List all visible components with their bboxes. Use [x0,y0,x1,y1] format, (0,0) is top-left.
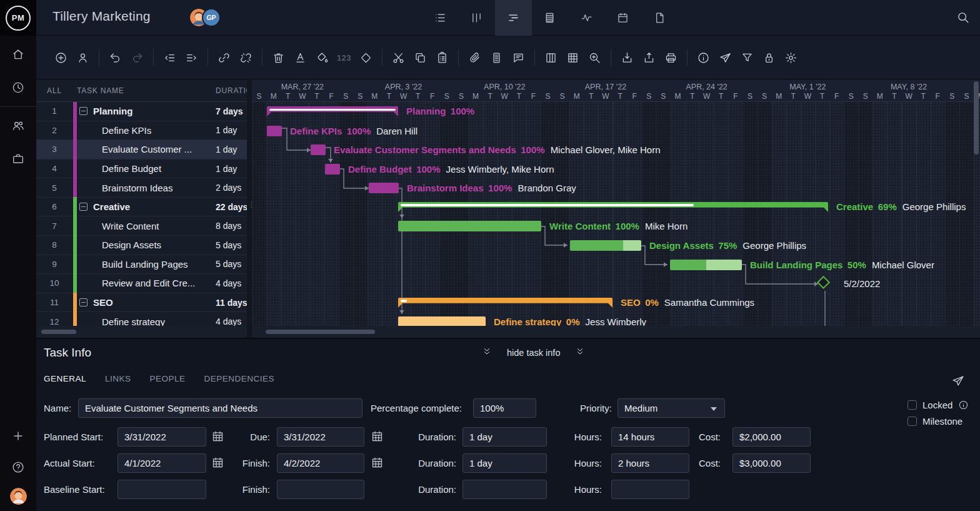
task-bar[interactable] [369,183,399,193]
toolbar-columns-button[interactable] [540,47,562,69]
task-bar[interactable] [398,221,541,231]
send-icon[interactable] [951,374,965,390]
table-row[interactable]: 10Review and Edit Cre...4 days [36,274,247,293]
gantt-vscrollbar-thumb[interactable] [974,81,979,154]
toolbar-notes-button[interactable] [486,47,508,69]
collapse-icon[interactable] [79,107,88,115]
table-row[interactable]: 8Design Assets5 days [36,236,247,255]
toolbar-settings-button[interactable] [780,47,802,69]
view-tab-activity-view[interactable] [568,0,605,36]
toolbar-send-button[interactable] [714,47,736,69]
toolbar-cut-button[interactable] [388,47,409,69]
baseline-start-input[interactable] [118,480,206,499]
search-icon[interactable] [956,11,970,26]
calendar-icon[interactable] [371,430,384,445]
due-input[interactable]: 3/31/2022 [277,427,364,447]
table-row[interactable]: 4Define Budget1 day [36,159,247,179]
percentage-complete-input[interactable]: 100% [473,398,536,418]
duration-planned-input[interactable]: 1 day [462,427,547,447]
toolbar-indent-button[interactable] [181,47,202,69]
toolbar-numbers-button[interactable]: 123 [333,47,355,69]
locked-checkbox[interactable] [908,400,917,410]
task-bar[interactable] [267,126,282,136]
milestone-checkbox[interactable] [908,417,917,426]
toolbar-outdent-button[interactable] [159,47,181,69]
duration-actual-input[interactable]: 1 day [462,453,547,473]
cost-actual-input[interactable]: $3,000.00 [732,453,811,473]
table-row[interactable]: 2Define KPIs1 day [36,121,247,141]
info-circle-icon[interactable] [958,400,969,410]
table-row[interactable]: 5Brainstorm Ideas2 days [36,178,247,198]
table-row[interactable]: 7Write Content8 days [36,216,247,236]
collapse-icon[interactable] [79,203,88,211]
gantt-hscrollbar-thumb[interactable] [266,330,375,334]
toolbar-delete-button[interactable] [268,47,289,69]
panel-splitter[interactable]: ⋮ [247,80,252,338]
cost-planned-input[interactable]: $2,000.00 [732,427,811,447]
toolbar-zoom-in-button[interactable] [584,47,606,69]
toolbar-attachment-button[interactable] [464,47,486,69]
sidebar-item-clock[interactable] [0,73,36,102]
table-row[interactable]: 3Evaluate Customer ...1 day [36,140,247,159]
view-tab-board-view[interactable] [459,0,496,36]
planned-start-input[interactable]: 3/31/2022 [118,427,206,447]
hours-baseline-input[interactable] [611,480,689,499]
view-tab-file-view[interactable] [641,0,678,36]
toolbar-assign-user-button[interactable] [72,47,94,69]
actual-start-input[interactable]: 4/1/2022 [118,453,206,473]
actual-finish-input[interactable]: 4/2/2022 [277,453,364,473]
sidebar-item-briefcase[interactable] [0,144,36,173]
user-avatar[interactable] [10,488,27,505]
table-row[interactable]: 9Build Landing Pages5 days [36,255,247,275]
table-row[interactable]: 12Define strategy4 days [36,312,247,326]
view-tab-sheet-view[interactable] [532,0,569,36]
info-circle-icon[interactable] [958,400,969,410]
table-row[interactable]: 6Creative22 days [36,198,247,217]
toolbar-info-button[interactable] [692,47,714,69]
view-tab-gantt-view[interactable] [495,0,532,36]
tab-people[interactable]: PEOPLE [150,374,186,383]
table-row[interactable]: 1Planning7 days [36,102,247,121]
priority-select[interactable]: Medium [618,398,725,418]
baseline-finish-input[interactable] [277,480,364,499]
toolbar-fill-color-button[interactable] [311,47,333,69]
sidebar-item-plus[interactable] [0,423,36,448]
toolbar-lock-button[interactable] [758,47,780,69]
toolbar-redo-button[interactable] [126,47,148,69]
toolbar-link-button[interactable] [213,47,235,69]
sidebar-item-help[interactable] [0,455,36,480]
toolbar-unlink-button[interactable] [235,47,257,69]
member-avatar-initials[interactable]: GP [202,8,221,27]
task-bar[interactable] [670,260,742,270]
toolbar-paste-button[interactable] [431,47,453,69]
table-hscrollbar-thumb[interactable] [41,330,76,334]
tab-links[interactable]: LINKS [105,374,131,383]
task-bar[interactable] [325,164,340,175]
task-bar[interactable] [570,240,641,251]
toolbar-font-color-button[interactable] [289,47,311,69]
tab-dependencies[interactable]: DEPENDENCIES [204,374,275,383]
toolbar-comment-button[interactable] [508,47,529,69]
task-bar[interactable] [311,144,326,155]
view-tab-list-view[interactable] [422,0,459,36]
sidebar-item-home[interactable] [0,40,36,69]
toolbar-filter-button[interactable] [736,47,758,69]
toolbar-add-task-button[interactable] [50,47,72,69]
column-header-task-name[interactable]: TASK NAME [77,86,124,95]
view-tab-calendar-view[interactable] [605,0,642,36]
column-header-all[interactable]: ALL [36,86,72,95]
calendar-icon[interactable] [371,456,384,472]
toolbar-print-button[interactable] [660,47,682,69]
toolbar-undo-button[interactable] [104,47,126,69]
sidebar-item-users[interactable] [0,111,36,140]
toolbar-grid-button[interactable] [562,47,584,69]
collapse-icon[interactable] [79,298,88,306]
toolbar-export-button[interactable] [638,47,660,69]
toolbar-milestone-button[interactable] [355,47,377,69]
table-row[interactable]: 11SEO11 days [36,293,247,313]
name-input[interactable]: Evaluate Customer Segments and Needs [78,398,362,418]
toolbar-import-button[interactable] [616,47,638,69]
task-bar[interactable] [398,316,486,326]
toolbar-copy-button[interactable] [409,47,431,69]
hide-task-info-button[interactable]: hide task info [482,347,585,358]
